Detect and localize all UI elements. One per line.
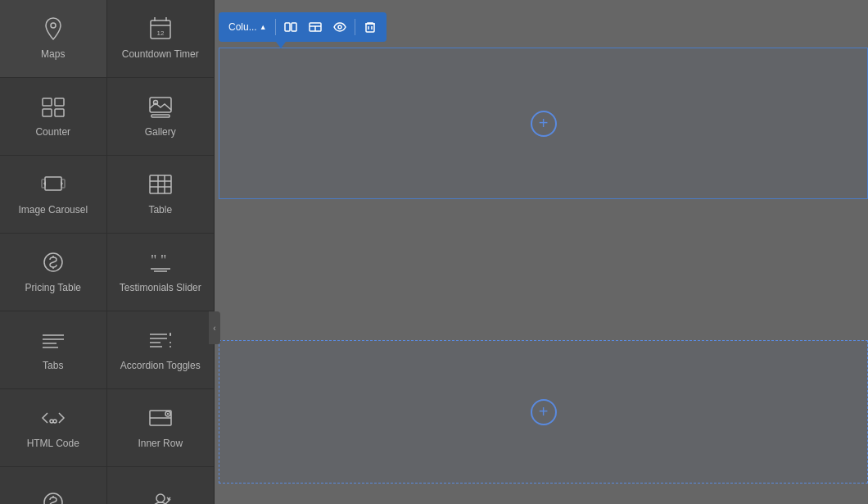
toolbar-element-name: Colu... <box>228 21 257 33</box>
sidebar-item-tabs-label: Tabs <box>43 360 63 373</box>
add-icon-bottom: + <box>539 402 549 421</box>
sidebar-item-counter[interactable]: Counter <box>0 78 107 156</box>
toolbar-layout-button[interactable] <box>304 16 327 39</box>
svg-point-41 <box>50 420 53 423</box>
toolbar-eye-button[interactable] <box>328 16 351 39</box>
gallery-icon <box>147 93 174 120</box>
sidebar-item-maps[interactable]: Maps <box>0 0 107 78</box>
trash-icon <box>364 20 377 34</box>
svg-rect-13 <box>45 177 61 190</box>
sidebar-item-gallery[interactable]: Gallery <box>107 78 215 156</box>
html-icon <box>40 405 66 431</box>
maps-icon <box>40 16 66 42</box>
sidebar-item-inner-row[interactable]: Inner Row <box>107 389 215 467</box>
toolbar-caret <box>276 42 286 48</box>
sidebar-item-table[interactable]: Table <box>107 156 215 234</box>
sidebar-item-counter-label: Counter <box>35 126 70 139</box>
sidebar-grid: Maps 12 Countdown Timer Counter <box>0 0 214 504</box>
add-icon-top: + <box>539 114 549 133</box>
sidebar-item-testimonials-label: Testimonials Slider <box>120 282 201 295</box>
sidebar-item-tabs[interactable]: Tabs <box>0 311 107 389</box>
sidebar-item-table-label: Table <box>148 204 172 217</box>
canvas-section-bottom: + <box>219 340 868 484</box>
chevron-up-icon[interactable]: ▲ <box>260 23 267 31</box>
collapse-icon: ‹ <box>213 324 215 333</box>
counter-icon <box>40 93 66 120</box>
main-canvas: Colu... ▲ <box>215 0 868 504</box>
accordion-icon <box>147 327 174 353</box>
eye-icon <box>333 20 346 34</box>
add-element-button-top[interactable]: + <box>531 111 557 137</box>
pricing-icon <box>40 249 66 275</box>
sidebar-item-image-carousel[interactable]: Image Carousel <box>0 156 107 234</box>
sidebar-item-image-carousel-label: Image Carousel <box>18 204 88 217</box>
carousel-icon <box>40 171 66 198</box>
table-icon <box>147 171 174 198</box>
svg-point-59 <box>338 25 341 29</box>
sidebar-item-countdown[interactable]: 12 Countdown Timer <box>107 0 215 78</box>
inner-row-icon <box>147 405 174 431</box>
svg-point-0 <box>51 23 56 28</box>
person-icon <box>147 489 174 504</box>
sidebar-item-countdown-label: Countdown Timer <box>122 48 199 61</box>
sidebar-item-testimonials[interactable]: " " Testimonials Slider <box>107 234 215 311</box>
svg-point-11 <box>153 101 157 105</box>
layout-icon <box>309 20 322 34</box>
svg-text:12: 12 <box>156 30 164 37</box>
svg-rect-16 <box>150 175 171 193</box>
canvas-section-top: + <box>219 48 868 199</box>
svg-text:": " <box>160 252 166 269</box>
testimonials-icon: " " <box>147 249 174 275</box>
toolbar-trash-button[interactable] <box>359 16 382 39</box>
svg-rect-7 <box>55 98 64 106</box>
svg-rect-12 <box>151 115 170 117</box>
sidebar-item-pricing-table[interactable]: Pricing Table <box>0 234 107 311</box>
dollar-icon <box>40 489 66 504</box>
sidebar-item-accordion[interactable]: Accordion Toggles <box>107 311 215 389</box>
toolbar-label: Colu... ▲ <box>224 20 272 34</box>
countdown-icon: 12 <box>147 16 174 42</box>
svg-rect-54 <box>285 23 290 31</box>
sidebar-item-pricing-table-label: Pricing Table <box>25 282 81 295</box>
add-element-button-bottom[interactable]: + <box>531 399 557 425</box>
element-toolbar: Colu... ▲ <box>219 12 387 42</box>
sidebar-item-html-code-label: HTML Code <box>27 438 79 451</box>
sidebar: Maps 12 Countdown Timer Counter <box>0 0 215 504</box>
sidebar-item-inner-row-label: Inner Row <box>138 438 183 451</box>
sidebar-item-14[interactable] <box>107 467 215 504</box>
sidebar-item-html-code[interactable]: HTML Code <box>0 389 107 467</box>
toolbar-divider-2 <box>355 19 355 35</box>
sidebar-item-accordion-label: Accordion Toggles <box>120 360 201 373</box>
collapse-handle[interactable]: ‹ <box>209 311 220 344</box>
toolbar-columns-button[interactable] <box>279 16 302 39</box>
svg-line-53 <box>167 497 169 499</box>
svg-point-50 <box>156 494 165 502</box>
svg-rect-8 <box>43 109 52 116</box>
svg-rect-9 <box>55 109 64 116</box>
sidebar-item-gallery-label: Gallery <box>145 126 176 139</box>
sidebar-item-13[interactable] <box>0 467 107 504</box>
svg-rect-6 <box>43 98 52 106</box>
columns-icon <box>284 20 297 34</box>
toolbar-divider-1 <box>275 19 276 35</box>
svg-rect-55 <box>292 23 296 31</box>
tabs-icon <box>40 327 66 353</box>
svg-text:": " <box>151 252 156 269</box>
svg-rect-60 <box>366 24 374 32</box>
sidebar-item-maps-label: Maps <box>41 48 65 61</box>
